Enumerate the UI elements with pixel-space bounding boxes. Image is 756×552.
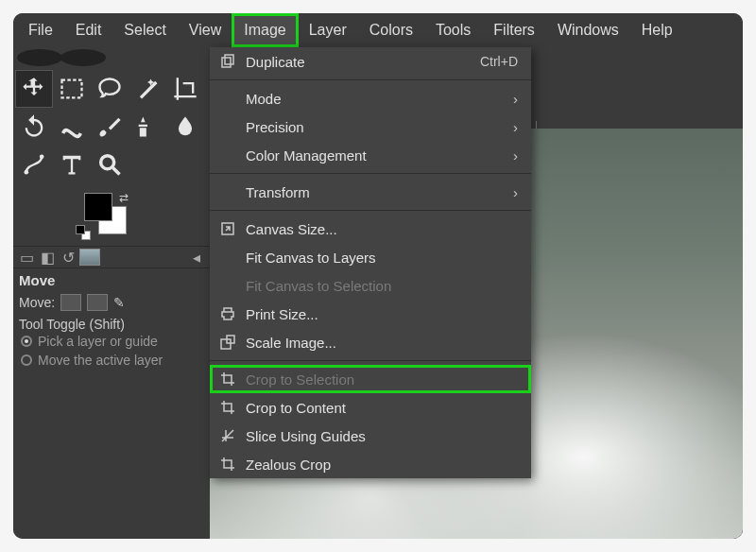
menu-item-accel: Ctrl+D xyxy=(480,54,518,69)
default-colors-icon[interactable] xyxy=(76,225,85,234)
radio-icon xyxy=(21,354,32,366)
device-status-tab-icon[interactable]: ◧ xyxy=(38,248,57,267)
menu-item-label: Slice Using Guides xyxy=(246,428,518,444)
canvas-size-icon xyxy=(219,220,236,237)
app-frame: FileEditSelectViewImageLayerColorsToolsF… xyxy=(13,13,743,539)
tab-menu-icon[interactable]: ◂ xyxy=(187,248,206,267)
fuzzy-select-tool[interactable] xyxy=(129,70,166,108)
menu-item-crop-to-content[interactable]: Crop to Content xyxy=(210,393,531,422)
menu-windows[interactable]: Windows xyxy=(546,14,630,46)
blank-icon xyxy=(219,147,236,164)
toolbox xyxy=(13,68,210,189)
menu-select[interactable]: Select xyxy=(112,14,177,46)
move-tool[interactable] xyxy=(15,70,53,108)
blank-icon xyxy=(219,183,236,200)
move-mode-layer-button[interactable] xyxy=(60,294,81,311)
tool-options-tab-icon[interactable]: ▭ xyxy=(17,248,36,267)
swap-colors-icon[interactable]: ⇄ xyxy=(119,191,129,204)
dock-tabs: ▭ ◧ ↺ ◂ xyxy=(13,246,210,268)
menubar: FileEditSelectViewImageLayerColorsToolsF… xyxy=(13,13,743,47)
menu-item-precision[interactable]: Precision› xyxy=(210,112,531,141)
color-swatch-area: ⇄ xyxy=(13,189,210,246)
menu-colors[interactable]: Colors xyxy=(358,14,424,46)
menu-edit[interactable]: Edit xyxy=(64,14,113,46)
ruler-minor-tick xyxy=(536,121,537,129)
free-select-tool[interactable] xyxy=(91,70,129,108)
menu-separator xyxy=(210,360,531,361)
blank-icon xyxy=(219,249,236,266)
menu-item-label: Scale Image... xyxy=(246,335,518,351)
image-menu-dropdown: DuplicateCtrl+DMode›Precision›Color Mana… xyxy=(210,47,531,478)
rotate-tool[interactable] xyxy=(15,108,53,146)
menu-item-label: Canvas Size... xyxy=(246,221,518,237)
menu-view[interactable]: View xyxy=(178,14,232,46)
menu-help[interactable]: Help xyxy=(630,14,684,46)
menu-item-zealous-crop[interactable]: Zealous Crop xyxy=(210,450,531,478)
menu-separator xyxy=(210,79,531,80)
radio-label: Move the active layer xyxy=(38,353,163,368)
menu-item-label: Crop to Selection xyxy=(246,371,518,388)
menu-item-duplicate[interactable]: DuplicateCtrl+D xyxy=(210,47,531,76)
menu-item-transform[interactable]: Transform› xyxy=(210,178,531,206)
clone-tool[interactable] xyxy=(129,108,166,146)
toolbox-decor xyxy=(13,47,210,68)
menu-item-slice-using-guides[interactable]: Slice Using Guides xyxy=(210,422,531,450)
text-tool[interactable] xyxy=(53,146,91,183)
menu-filters[interactable]: Filters xyxy=(482,14,546,46)
undo-history-tab-icon[interactable]: ↺ xyxy=(59,248,77,267)
submenu-arrow-icon: › xyxy=(513,184,518,200)
menu-image[interactable]: Image xyxy=(232,14,297,46)
duplicate-icon xyxy=(219,53,236,70)
menu-item-scale-image[interactable]: Scale Image... xyxy=(210,328,531,356)
menu-file[interactable]: File xyxy=(17,14,64,46)
zoom-tool[interactable] xyxy=(91,146,129,183)
crop-content-icon xyxy=(219,399,236,416)
scale-image-icon xyxy=(219,334,236,351)
tool-options-title: Move xyxy=(13,268,210,290)
blank-icon xyxy=(219,118,236,135)
warp-tool[interactable] xyxy=(53,108,91,146)
submenu-arrow-icon: › xyxy=(513,119,518,135)
crop-selection-icon xyxy=(219,371,236,388)
menu-item-fit-canvas-to-selection: Fit Canvas to Selection xyxy=(210,271,531,300)
menu-item-label: Duplicate xyxy=(246,54,471,70)
menu-item-mode[interactable]: Mode› xyxy=(210,84,531,112)
menu-item-label: Color Management xyxy=(246,147,504,164)
foreground-color-swatch[interactable] xyxy=(84,193,112,221)
menu-item-canvas-size[interactable]: Canvas Size... xyxy=(210,215,531,243)
paths-tool[interactable] xyxy=(15,146,53,183)
move-radio-1[interactable]: Move the active layer xyxy=(13,351,210,370)
menu-tools[interactable]: Tools xyxy=(424,14,482,46)
move-mode-path-button[interactable]: ✎ xyxy=(113,295,125,310)
menu-item-label: Precision xyxy=(246,119,504,135)
move-mode-selection-button[interactable] xyxy=(87,294,108,311)
radio-label: Pick a layer or guide xyxy=(38,334,158,349)
menu-item-label: Mode xyxy=(246,91,504,107)
tool-options-move-row: Move: ✎ xyxy=(13,290,210,315)
print-size-icon xyxy=(219,305,236,322)
slice-guides-icon xyxy=(219,427,236,444)
blank-icon xyxy=(219,277,236,294)
rectangle-select-tool[interactable] xyxy=(53,70,91,108)
smudge-tool[interactable] xyxy=(166,108,204,146)
radio-icon xyxy=(21,336,32,347)
move-radio-0[interactable]: Pick a layer or guide xyxy=(13,332,210,351)
menu-separator xyxy=(210,210,531,211)
menu-item-fit-canvas-to-layers[interactable]: Fit Canvas to Layers xyxy=(210,243,531,271)
zealous-crop-icon xyxy=(219,456,236,473)
menu-separator xyxy=(210,173,531,174)
submenu-arrow-icon: › xyxy=(513,91,518,107)
paintbrush-tool[interactable] xyxy=(91,108,129,146)
menu-item-label: Zealous Crop xyxy=(246,457,518,473)
menu-item-color-management[interactable]: Color Management› xyxy=(210,141,531,169)
crop-tool[interactable] xyxy=(166,70,204,108)
submenu-arrow-icon: › xyxy=(513,147,518,164)
move-row-label: Move: xyxy=(19,295,55,310)
menu-layer[interactable]: Layer xyxy=(298,14,358,46)
menu-item-label: Fit Canvas to Selection xyxy=(246,278,518,294)
menu-item-label: Fit Canvas to Layers xyxy=(246,250,518,266)
tool-toggle-label: Tool Toggle (Shift) xyxy=(13,315,210,332)
menu-item-label: Print Size... xyxy=(246,306,518,322)
images-tab-thumb[interactable] xyxy=(79,249,100,266)
menu-item-print-size[interactable]: Print Size... xyxy=(210,300,531,328)
